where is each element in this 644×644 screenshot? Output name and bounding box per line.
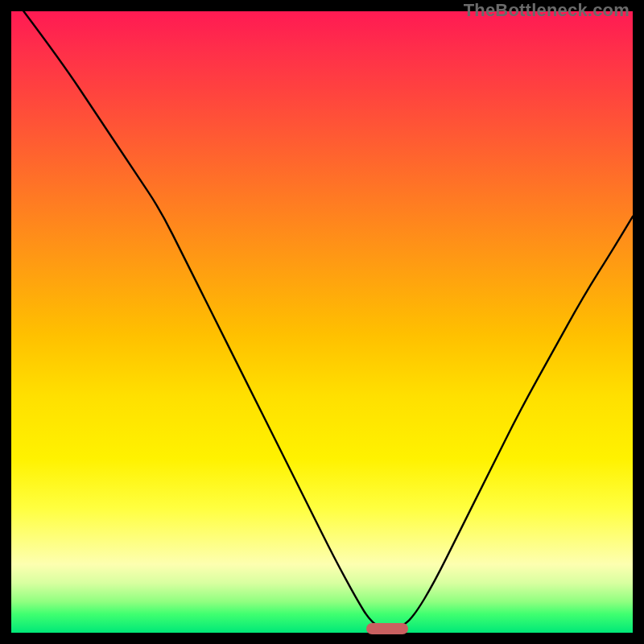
bottleneck-curve-path: [23, 11, 633, 629]
minimum-marker: [366, 623, 408, 634]
chart-container: TheBottleneck.com: [0, 0, 644, 644]
watermark-text: TheBottleneck.com: [464, 0, 630, 21]
bottleneck-curve-svg: [11, 11, 633, 633]
